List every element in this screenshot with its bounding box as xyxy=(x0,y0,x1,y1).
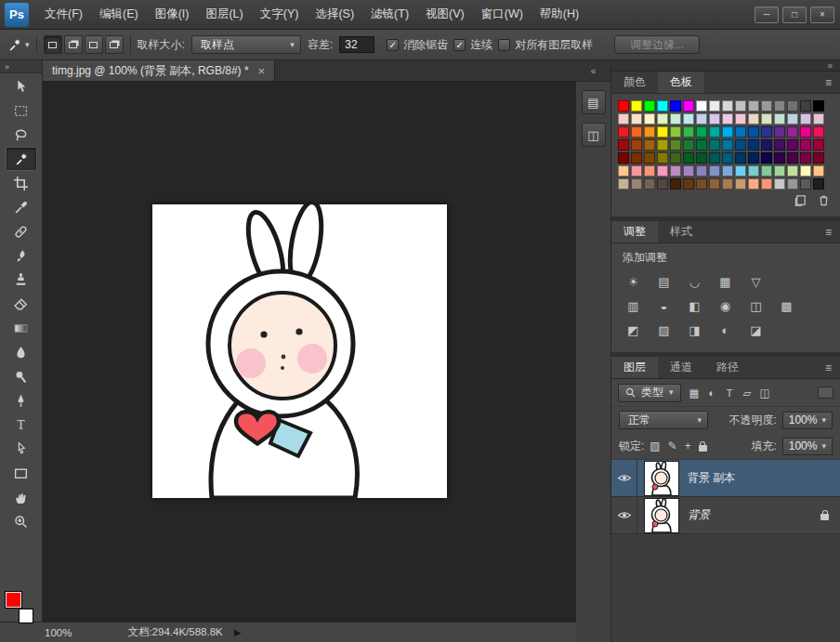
layer-visibility-toggle[interactable] xyxy=(611,460,637,496)
gradient-map-icon[interactable]: ◐ xyxy=(715,322,736,338)
curves-icon[interactable]: ◡ xyxy=(684,274,705,290)
type-tool[interactable]: T xyxy=(7,413,36,436)
color-swatch[interactable] xyxy=(657,100,668,111)
color-swatch[interactable] xyxy=(774,126,785,138)
brightness-contrast-icon[interactable]: ☀ xyxy=(623,274,644,290)
marquee-tool[interactable] xyxy=(7,99,36,122)
color-swatch[interactable] xyxy=(644,165,655,177)
color-swatch[interactable] xyxy=(631,139,642,151)
color-swatch[interactable] xyxy=(657,113,668,124)
layer-row-background[interactable]: 背景 xyxy=(611,497,840,534)
intersect-selection-button[interactable] xyxy=(105,35,124,54)
color-tab-1[interactable]: 颜色 xyxy=(611,72,658,93)
color-tab-2[interactable]: 色板 xyxy=(658,72,704,93)
color-swatch[interactable] xyxy=(696,139,707,151)
lock-pixels-icon[interactable]: ✎ xyxy=(668,439,677,452)
layers-tab-2[interactable]: 通道 xyxy=(658,357,704,378)
color-swatch[interactable] xyxy=(813,152,824,164)
color-swatch[interactable] xyxy=(761,178,772,190)
color-swatch[interactable] xyxy=(735,178,746,190)
color-swatch[interactable] xyxy=(761,139,772,151)
color-swatch[interactable] xyxy=(709,178,720,190)
color-swatch[interactable] xyxy=(800,139,811,151)
color-swatch[interactable] xyxy=(683,152,694,164)
filter-type-layers-icon[interactable]: T xyxy=(721,385,739,400)
color-swatch[interactable] xyxy=(787,178,798,190)
color-swatch[interactable] xyxy=(813,100,824,111)
eraser-tool[interactable] xyxy=(7,293,36,315)
color-swatch[interactable] xyxy=(696,100,707,111)
clone-stamp-tool[interactable] xyxy=(7,269,36,291)
color-swatch[interactable] xyxy=(735,113,746,124)
color-swatch[interactable] xyxy=(631,165,642,177)
hue-saturation-icon[interactable]: ▥ xyxy=(623,298,644,314)
color-lookup-icon[interactable]: ▩ xyxy=(776,298,797,314)
color-swatch[interactable] xyxy=(683,113,694,124)
vibrance-icon[interactable]: ▽ xyxy=(745,274,767,290)
menu-select[interactable]: 选择(S) xyxy=(307,0,362,29)
magic-wand-tool[interactable] xyxy=(7,148,36,170)
color-swatch[interactable] xyxy=(774,113,785,124)
color-swatch[interactable] xyxy=(722,139,733,151)
healing-brush-tool[interactable] xyxy=(7,220,36,242)
sample-size-select[interactable]: 取样点 ▾ xyxy=(191,35,301,54)
brush-tool[interactable] xyxy=(7,244,36,267)
layers-tab-1[interactable]: 图层 xyxy=(611,357,658,378)
sample-all-layers-checkbox-box[interactable] xyxy=(498,39,510,51)
foreground-color-swatch[interactable] xyxy=(6,592,21,608)
color-swatch[interactable] xyxy=(670,139,681,151)
lock-position-icon[interactable]: + xyxy=(685,439,691,452)
levels-icon[interactable]: ▤ xyxy=(653,274,675,290)
hand-tool[interactable] xyxy=(7,486,36,508)
color-swatch[interactable] xyxy=(748,165,759,177)
lock-transparency-icon[interactable]: ▨ xyxy=(650,439,660,452)
tolerance-input[interactable] xyxy=(339,36,374,53)
color-swatch[interactable] xyxy=(709,139,720,151)
layer-filter-type-select[interactable]: 类型 ▾ xyxy=(618,384,681,402)
color-swatch[interactable] xyxy=(657,139,668,151)
panel-menu-icon[interactable]: ≡ xyxy=(817,221,840,242)
color-swatch[interactable] xyxy=(735,126,746,138)
color-swatch[interactable] xyxy=(722,152,733,164)
color-swatch[interactable] xyxy=(787,126,798,138)
move-tool[interactable] xyxy=(7,75,36,98)
color-swatch[interactable] xyxy=(735,152,746,164)
layer-row-background-copy[interactable]: 背景 副本 xyxy=(611,460,840,497)
color-swatch[interactable] xyxy=(813,113,824,124)
tool-preset-picker[interactable]: ▾ xyxy=(7,37,37,53)
color-swatch[interactable] xyxy=(618,100,629,111)
color-swatch[interactable] xyxy=(696,178,707,190)
color-swatch[interactable] xyxy=(709,100,720,111)
collapsed-panel-button-2[interactable]: ◫ xyxy=(582,123,606,147)
color-swatch[interactable] xyxy=(800,113,811,124)
color-swatch[interactable] xyxy=(696,152,707,164)
filter-adjustment-layers-icon[interactable]: ◐ xyxy=(703,385,721,400)
adjust-tab-1[interactable]: 调整 xyxy=(611,221,658,242)
color-swatch[interactable] xyxy=(670,178,681,190)
color-swatch[interactable] xyxy=(813,126,824,138)
color-swatch[interactable] xyxy=(683,100,694,111)
color-swatch[interactable] xyxy=(631,152,642,164)
pen-tool[interactable] xyxy=(7,389,36,412)
color-swatch[interactable] xyxy=(709,152,720,164)
color-swatch[interactable] xyxy=(774,139,785,151)
color-swatch[interactable] xyxy=(787,152,798,164)
blur-tool[interactable] xyxy=(7,341,36,363)
menu-type[interactable]: 文字(Y) xyxy=(252,0,308,29)
menu-edit[interactable]: 编辑(E) xyxy=(91,0,147,29)
menu-file[interactable]: 文件(F) xyxy=(36,0,91,29)
filter-shape-layers-icon[interactable]: ▱ xyxy=(739,385,756,400)
menu-view[interactable]: 视图(V) xyxy=(417,0,473,29)
channel-mixer-icon[interactable]: ◫ xyxy=(745,298,767,314)
color-swatch[interactable] xyxy=(774,152,785,164)
color-swatch[interactable] xyxy=(631,126,642,138)
color-swatch[interactable] xyxy=(631,113,642,124)
color-swatch[interactable] xyxy=(644,100,655,111)
photo-filter-icon[interactable]: ◉ xyxy=(715,298,736,314)
menu-filter[interactable]: 滤镜(T) xyxy=(362,0,417,29)
color-swatch[interactable] xyxy=(761,165,772,177)
selective-color-icon[interactable]: ◪ xyxy=(745,322,767,338)
color-swatch[interactable] xyxy=(657,165,668,177)
color-swatch[interactable] xyxy=(800,165,811,177)
color-swatch[interactable] xyxy=(761,100,772,111)
